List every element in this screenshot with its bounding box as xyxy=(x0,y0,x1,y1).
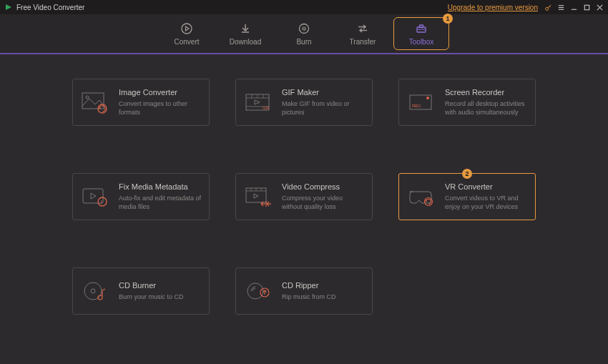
video-compress-icon xyxy=(243,182,275,211)
svg-marker-45 xyxy=(254,194,258,198)
maximize-icon[interactable] xyxy=(582,3,591,11)
tool-vr-converter[interactable]: 2 VR Converter Convert videos to VR and … xyxy=(398,173,536,220)
titlebar: Free Video Converter Upgrade to premium … xyxy=(0,0,608,14)
close-icon[interactable] xyxy=(595,3,604,11)
nav-burn[interactable]: Burn xyxy=(276,17,332,50)
gif-maker-icon: GIF xyxy=(243,88,275,117)
tool-desc: Auto-fix and edit metadata of media file… xyxy=(119,194,202,211)
cd-ripper-icon xyxy=(243,277,275,305)
step-badge-2: 2 xyxy=(462,169,472,179)
nav-download[interactable]: Download xyxy=(217,17,273,50)
tool-title: Screen Recorder xyxy=(445,88,528,97)
svg-point-16 xyxy=(303,27,305,30)
tool-cd-burner[interactable]: CD Burner Burn your music to CD xyxy=(72,267,210,315)
burn-icon xyxy=(298,22,310,35)
convert-icon xyxy=(180,22,193,35)
tool-desc: Rip music from CD xyxy=(282,292,336,301)
svg-line-3 xyxy=(549,6,550,6)
svg-marker-0 xyxy=(6,4,11,10)
tool-title: Image Converter xyxy=(119,88,202,97)
svg-point-51 xyxy=(91,289,95,293)
svg-text:GIF: GIF xyxy=(263,106,270,110)
tool-title: CD Burner xyxy=(119,281,184,290)
svg-text:i: i xyxy=(101,199,102,205)
app-title: Free Video Converter xyxy=(16,4,84,11)
nav-toolbox[interactable]: Toolbox 1 xyxy=(393,17,449,50)
svg-text:REC: REC xyxy=(412,104,421,108)
tool-title: CD Ripper xyxy=(282,281,336,290)
screen-recorder-icon: REC xyxy=(406,88,438,117)
svg-point-11 xyxy=(182,24,192,34)
svg-point-34 xyxy=(426,97,429,99)
svg-marker-12 xyxy=(186,26,190,31)
tool-fix-metadata[interactable]: i Fix Media Metadata Auto-fix and edit m… xyxy=(72,173,210,220)
tool-image-converter[interactable]: Image Converter Convert images to other … xyxy=(72,79,210,126)
menu-icon[interactable] xyxy=(556,3,565,11)
tool-title: VR Converter xyxy=(445,182,528,191)
nav-label: Transfer xyxy=(350,38,376,46)
step-badge-1: 1 xyxy=(443,14,453,24)
tool-cd-ripper[interactable]: CD Ripper Rip music from CD xyxy=(235,267,373,315)
tool-video-compress[interactable]: Video Compress Compress your video witho… xyxy=(235,173,373,220)
vr-converter-icon xyxy=(406,182,438,211)
nav-label: Download xyxy=(230,38,261,46)
tool-desc: Make GIF from video or pictures xyxy=(282,99,365,117)
upgrade-link[interactable]: Upgrade to premium version xyxy=(448,4,538,11)
tool-desc: Record all desktop activities with audio… xyxy=(445,99,528,117)
key-icon[interactable] xyxy=(544,3,552,11)
nav-label: Convert xyxy=(174,38,199,46)
tool-title: GIF Maker xyxy=(282,88,365,97)
transfer-icon xyxy=(356,22,369,35)
nav-label: Toolbox xyxy=(409,38,433,46)
cd-burner-icon xyxy=(80,277,112,305)
svg-rect-20 xyxy=(420,25,423,27)
app-logo-icon xyxy=(4,3,13,11)
image-converter-icon xyxy=(80,88,112,117)
svg-point-15 xyxy=(300,24,309,33)
svg-marker-37 xyxy=(91,193,96,199)
tool-gif-maker[interactable]: GIF GIF Maker Make GIF from video or pic… xyxy=(235,79,373,126)
nav-label: Burn xyxy=(296,38,311,46)
tool-title: Fix Media Metadata xyxy=(119,182,202,191)
tool-desc: Burn your music to CD xyxy=(119,292,184,301)
svg-point-50 xyxy=(84,282,102,300)
tool-title: Video Compress xyxy=(282,182,365,191)
navbar: Convert Download Burn Transfer Toolbox 1 xyxy=(0,14,608,54)
nav-convert[interactable]: Convert xyxy=(159,17,215,50)
svg-point-38 xyxy=(98,197,107,206)
svg-rect-36 xyxy=(83,189,103,203)
download-icon xyxy=(239,22,252,35)
svg-line-52 xyxy=(102,289,105,290)
tool-desc: Compress your video without quality loss xyxy=(282,194,365,211)
tool-desc: Convert images to other formats xyxy=(119,99,202,117)
minimize-icon[interactable] xyxy=(569,3,578,11)
svg-point-23 xyxy=(86,96,89,99)
tool-desc: Convert videos to VR and enjoy on your V… xyxy=(445,194,528,211)
svg-marker-31 xyxy=(255,100,260,104)
nav-transfer[interactable]: Transfer xyxy=(335,17,391,50)
svg-rect-8 xyxy=(584,5,589,9)
window-controls xyxy=(544,3,604,11)
toolbox-grid: Image Converter Convert images to other … xyxy=(0,54,608,315)
tool-screen-recorder[interactable]: REC Screen Recorder Record all desktop a… xyxy=(398,79,536,126)
toolbox-icon xyxy=(415,22,428,35)
fix-metadata-icon: i xyxy=(80,182,112,211)
